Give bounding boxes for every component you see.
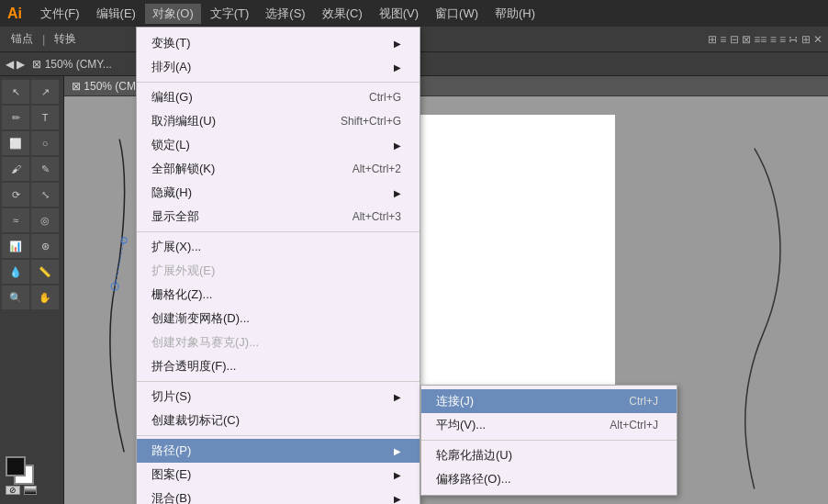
menu-effect[interactable]: 效果(C): [315, 4, 370, 24]
menu-item-label: 显示全部: [151, 208, 199, 225]
menu-item-label: 切片(S): [151, 388, 191, 405]
menu-rasterize[interactable]: 栅格化(Z)...: [137, 283, 420, 307]
type-tool[interactable]: T: [31, 106, 59, 129]
menu-window[interactable]: 窗口(W): [428, 4, 486, 24]
menu-select[interactable]: 选择(S): [258, 4, 312, 24]
menu-lock[interactable]: 锁定(L) ▶: [137, 133, 420, 157]
menu-item-label: 扩展外观(E): [151, 263, 215, 279]
rotate-tool[interactable]: ⟳: [2, 183, 29, 207]
svg-line-2: [115, 241, 124, 286]
nav-arrows[interactable]: ◀ ▶: [6, 58, 25, 71]
menu-item-label: 全部解锁(K): [151, 161, 215, 177]
menu-gradient-mesh[interactable]: 创建渐变网格(D)...: [137, 307, 420, 330]
menu-unlock-all[interactable]: 全部解锁(K) Alt+Ctrl+2: [137, 157, 420, 181]
blend-tool[interactable]: ◎: [31, 208, 59, 232]
tool-row-1: ↖ ↗: [2, 80, 62, 104]
object-menu: 变换(T) ▶ 排列(A) ▶ 编组(G) Ctrl+G 取消编组(U) Shi…: [136, 27, 420, 504]
rect-tool[interactable]: ⬜: [2, 131, 29, 155]
submenu-arrow: ▶: [394, 39, 401, 49]
tool-row-8: 💧 📏: [2, 260, 62, 284]
chart-tool[interactable]: 📊: [2, 234, 29, 258]
separator: [137, 82, 420, 83]
submenu-join[interactable]: 连接(J) Ctrl+J: [421, 389, 677, 413]
none-swatch[interactable]: ⊘: [6, 486, 20, 495]
toolbar-icons: ⊞ ≡ ⊟ ⊠ ≡≡ ≡ ≡ ∺ ⊞ ✕: [708, 33, 822, 46]
menu-transform[interactable]: 变换(T) ▶: [137, 31, 420, 55]
menu-item-label: 锁定(L): [151, 137, 190, 153]
menu-item-label: 隐藏(H): [151, 185, 192, 201]
menu-group[interactable]: 编组(G) Ctrl+G: [137, 85, 420, 109]
submenu-arrow: ▶: [394, 188, 401, 198]
submenu-item-label: 轮廓化描边(U): [436, 447, 512, 464]
separator: [137, 381, 420, 382]
submenu-arrow: ▶: [394, 494, 401, 504]
tool-row-4: 🖌 ✎: [2, 157, 62, 181]
gradient-swatch[interactable]: [24, 486, 37, 495]
separator: [137, 435, 420, 436]
tool-row-7: 📊 ⊛: [2, 234, 62, 258]
submenu-item-label: 平均(V)...: [436, 417, 486, 433]
submenu-arrow: ▶: [394, 446, 401, 456]
symbol-tool[interactable]: ⊛: [31, 234, 59, 258]
pencil-tool[interactable]: ✎: [31, 157, 59, 181]
title-bar: Ai 文件(F) 编辑(E) 对象(O) 文字(T) 选择(S) 效果(C) 视…: [0, 0, 828, 27]
ellipse-tool[interactable]: ○: [31, 131, 59, 155]
menu-edit[interactable]: 编辑(E): [89, 4, 143, 24]
tool-row-5: ⟳ ⤡: [2, 183, 62, 207]
menu-item-label: 排列(A): [151, 59, 191, 75]
menu-expand-appearance: 扩展外观(E): [137, 259, 420, 283]
menu-help[interactable]: 帮助(H): [487, 4, 543, 24]
toolbar-anchor: 锚点: [6, 29, 39, 49]
menu-hide[interactable]: 隐藏(H) ▶: [137, 181, 420, 205]
menu-path[interactable]: 路径(P) ▶: [137, 439, 420, 463]
menu-crop-marks[interactable]: 创建裁切标记(C): [137, 409, 420, 432]
menu-pattern[interactable]: 图案(E) ▶: [137, 463, 420, 487]
zoom-tool[interactable]: 🔍: [2, 286, 29, 309]
tool-row-3: ⬜ ○: [2, 131, 62, 155]
menu-object[interactable]: 对象(O): [145, 4, 201, 24]
submenu-offset-path[interactable]: 偏移路径(O)...: [421, 467, 677, 491]
brush-tool[interactable]: 🖌: [2, 157, 29, 181]
warp-tool[interactable]: ≈: [2, 208, 29, 232]
submenu-average[interactable]: 平均(V)... Alt+Ctrl+J: [421, 413, 677, 437]
canvas-tab-label: ⊠ 150% (CMY...: [32, 58, 111, 71]
hand-tool[interactable]: ✋: [31, 286, 59, 309]
menu-arrange[interactable]: 排列(A) ▶: [137, 55, 420, 79]
menu-slice[interactable]: 切片(S) ▶: [137, 385, 420, 409]
menu-file[interactable]: 文件(F): [33, 4, 87, 24]
menu-item-label: 栅格化(Z)...: [151, 286, 212, 303]
menu-item-label: 变换(T): [151, 35, 191, 51]
submenu-arrow: ▶: [394, 470, 401, 480]
tool-row-2: ✏ T: [2, 106, 62, 129]
shortcut-label: Alt+Ctrl+J: [610, 419, 658, 431]
shortcut-label: Ctrl+G: [369, 91, 401, 104]
shortcut-label: Ctrl+J: [629, 395, 658, 408]
eyedropper-tool[interactable]: 💧: [2, 260, 29, 284]
menu-item-label: 编组(G): [151, 89, 193, 106]
submenu-item-label: 连接(J): [436, 393, 474, 409]
menu-text[interactable]: 文字(T): [203, 4, 257, 24]
menu-item-label: 拼合透明度(F)...: [151, 358, 236, 375]
selection-tool[interactable]: ↖: [2, 80, 29, 104]
separator: [137, 231, 420, 232]
scale-tool[interactable]: ⤡: [31, 183, 59, 207]
tool-row-6: ≈ ◎: [2, 208, 62, 232]
tool-row-9: 🔍 ✋: [2, 286, 62, 309]
foreground-color-swatch[interactable]: [6, 456, 26, 476]
menu-expand[interactable]: 扩展(X)...: [137, 235, 420, 259]
menu-view[interactable]: 视图(V): [372, 4, 426, 24]
measure-tool[interactable]: 📏: [31, 260, 59, 284]
separator: [421, 440, 677, 441]
menu-flatten-transparency[interactable]: 拼合透明度(F)...: [137, 354, 420, 378]
submenu-outline-stroke[interactable]: 轮廓化描边(U): [421, 443, 677, 467]
menu-show-all[interactable]: 显示全部 Alt+Ctrl+3: [137, 205, 420, 229]
menu-item-label: 创建对象马赛克(J)...: [151, 334, 259, 351]
toolbar-transform: 转换: [49, 29, 82, 49]
submenu-arrow: ▶: [394, 392, 401, 402]
direct-select-tool[interactable]: ↗: [31, 80, 59, 104]
menu-ungroup[interactable]: 取消编组(U) Shift+Ctrl+G: [137, 109, 420, 133]
shortcut-label: Shift+Ctrl+G: [341, 115, 401, 128]
pen-tool[interactable]: ✏: [2, 106, 29, 129]
menu-bar: 文件(F) 编辑(E) 对象(O) 文字(T) 选择(S) 效果(C) 视图(V…: [33, 4, 543, 24]
menu-blend[interactable]: 混合(B) ▶: [137, 487, 420, 504]
